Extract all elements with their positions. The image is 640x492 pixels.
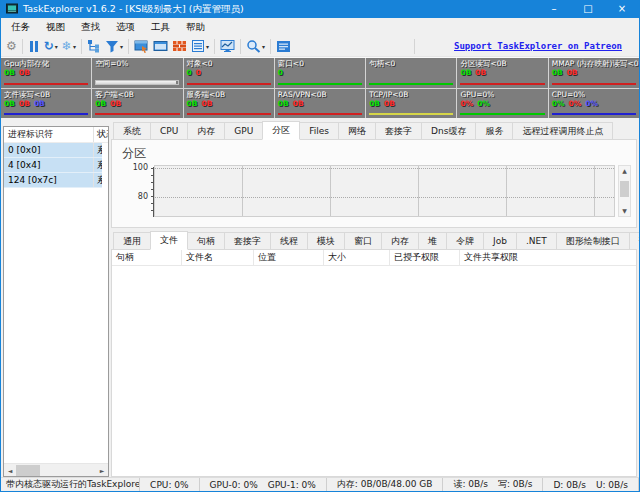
tab-threads[interactable]: 线程 xyxy=(270,232,308,249)
monitor-window-icon xyxy=(153,39,168,53)
meter-label: RAS/VPN<0B xyxy=(278,90,362,99)
maximize-button[interactable]: □ xyxy=(571,0,605,18)
meter-partition-io[interactable]: 分区读写<0B 0B 0B xyxy=(457,58,547,88)
meter-server[interactable]: 服务端<0B 0B 0B xyxy=(184,89,274,119)
vscroll-thumb[interactable] xyxy=(620,181,629,197)
tab-general[interactable]: 通用 xyxy=(113,232,151,249)
freeze-button[interactable]: ❄ ▾ xyxy=(60,37,78,56)
search-button[interactable]: ▾ xyxy=(244,37,267,56)
column-header-pid[interactable]: 进程标识符 xyxy=(4,127,94,142)
tab-heap[interactable]: 堆 xyxy=(418,232,447,249)
system-graph-button[interactable] xyxy=(218,37,237,56)
menu-tools[interactable]: 工具 xyxy=(143,18,178,36)
tab-files[interactable]: Files xyxy=(299,122,339,139)
process-row[interactable]: 0 [0x0] 系统 xyxy=(4,143,102,158)
tab-network[interactable]: 网络 xyxy=(338,122,376,139)
tab-windows[interactable]: 窗口 xyxy=(344,232,382,249)
meter-value: 0B xyxy=(4,68,15,77)
find-window-button[interactable] xyxy=(132,37,151,56)
tab-memory[interactable]: 内存 xyxy=(187,122,225,139)
tab-job[interactable]: Job xyxy=(483,232,517,249)
process-tree-button[interactable] xyxy=(85,37,103,56)
info-panel-button[interactable] xyxy=(274,37,293,56)
memory-usage: 内存: 0B/0B/48.00 GB xyxy=(337,478,433,491)
close-button[interactable]: × xyxy=(605,0,639,18)
window-controls: – □ × xyxy=(537,0,639,18)
monitor-window-button[interactable] xyxy=(151,37,170,56)
tab-rpc-endpoints[interactable]: 远程过程调用终止点 xyxy=(512,122,613,139)
meter-space[interactable]: 空间=0% xyxy=(92,58,182,88)
scroll-up-icon[interactable]: ▲ xyxy=(622,167,627,175)
tab-sockets[interactable]: 套接字 xyxy=(375,122,422,139)
process-list-hscrollbar[interactable]: ◄ ► xyxy=(4,463,108,476)
column-header-granted-access[interactable]: 已授予权限 xyxy=(390,250,460,265)
meter-ras-vpn[interactable]: RAS/VPN<0B 0B 0B xyxy=(275,89,365,119)
meter-objects[interactable]: 对象<0 0 0 xyxy=(184,58,274,88)
meter-label: Gpu内部存储 xyxy=(4,59,88,68)
meter-gpu[interactable]: GPU=0% 0% 0% xyxy=(457,89,547,119)
scroll-right-icon[interactable]: ► xyxy=(96,467,108,474)
column-header-size[interactable]: 大小 xyxy=(324,250,390,265)
meter-graph-line xyxy=(278,83,362,85)
find-window-icon xyxy=(134,39,149,53)
meter-value: 0% xyxy=(477,99,490,108)
tab-handles[interactable]: 句柄 xyxy=(187,232,225,249)
files-table-body[interactable] xyxy=(112,266,636,476)
process-tree-icon xyxy=(87,39,101,53)
list-view-button[interactable]: ▾ xyxy=(189,37,211,56)
meter-windows[interactable]: 窗口<0 0 xyxy=(275,58,365,88)
tab-partition[interactable]: 分区 xyxy=(262,121,300,140)
tab-services[interactable]: 服务 xyxy=(475,122,513,139)
meter-file-io[interactable]: 文件读写<0B 0B 0B 0B xyxy=(1,89,91,119)
refresh-button[interactable]: ↻ ▾ xyxy=(42,37,60,56)
column-header-handle[interactable]: 句柄 xyxy=(112,250,182,265)
process-row[interactable]: 124 [0x7c] 系统 xyxy=(4,173,102,188)
chart-vscrollbar[interactable]: ▲ ▼ xyxy=(618,165,631,217)
tab-modules[interactable]: 模块 xyxy=(307,232,345,249)
tab-gpu[interactable]: GPU xyxy=(224,122,263,139)
snowflake-icon: ❄ xyxy=(62,40,72,52)
tab-cpu[interactable]: CPU xyxy=(150,122,188,139)
tab-file[interactable]: 文件 xyxy=(150,231,188,250)
window-title: TaskExplorer v1.6.2 - [KSI级别最大] (内置管理员) xyxy=(23,3,244,16)
process-status: 系统 xyxy=(94,143,102,157)
process-row[interactable]: 4 [0x4] 系统 xyxy=(4,158,102,173)
filter-button[interactable]: ▾ xyxy=(103,37,125,56)
meter-value: 0% xyxy=(552,99,565,108)
meter-mmap-io[interactable]: MMAP (内存映射)读写<0B 0B 0B xyxy=(549,58,639,88)
minimize-button[interactable]: – xyxy=(537,0,571,18)
meter-gpu-memory[interactable]: Gpu内部存储 0B 0B xyxy=(1,58,91,88)
menu-tasks[interactable]: 任务 xyxy=(3,18,38,36)
meter-client[interactable]: 客户端<0B 0B 0B xyxy=(92,89,182,119)
menu-find[interactable]: 查找 xyxy=(73,18,108,36)
patreon-link[interactable]: Support TaskExplorer on Patreon xyxy=(454,41,622,51)
hscroll-thumb[interactable] xyxy=(16,465,40,476)
tab-dns-cache[interactable]: Dns缓存 xyxy=(421,122,476,139)
tab-dotnet[interactable]: .NET xyxy=(516,232,557,249)
process-list-vscrollbar[interactable] xyxy=(102,143,108,462)
firewall-button[interactable] xyxy=(170,37,189,56)
taskexplorer-window: TaskExplorer v1.6.2 - [KSI级别最大] (内置管理员) … xyxy=(0,0,640,492)
column-header-location[interactable]: 位置 xyxy=(254,250,324,265)
pause-button[interactable] xyxy=(26,37,42,56)
menu-view[interactable]: 视图 xyxy=(38,18,73,36)
scroll-down-icon[interactable]: ▼ xyxy=(622,207,627,215)
meter-handles[interactable]: 句柄<0 xyxy=(366,58,456,88)
column-header-filename[interactable]: 文件名 xyxy=(182,250,254,265)
menu-help[interactable]: 帮助 xyxy=(178,18,213,36)
meter-cpu[interactable]: CPU=0% 0% 0% 0% xyxy=(549,89,639,119)
menu-options[interactable]: 选项 xyxy=(108,18,143,36)
tab-debug[interactable]: 调试 xyxy=(629,232,640,249)
column-header-status[interactable]: 状态 xyxy=(94,127,108,142)
scroll-left-icon[interactable]: ◄ xyxy=(4,467,16,474)
column-header-share-access[interactable]: 文件共享权限 xyxy=(460,250,636,265)
tab-system[interactable]: 系统 xyxy=(113,122,151,139)
tab-token[interactable]: 令牌 xyxy=(446,232,484,249)
tab-sockets2[interactable]: 套接字 xyxy=(224,232,271,249)
settings-button[interactable]: ⚙ xyxy=(4,37,19,56)
meter-tcp-ip[interactable]: TCP/IP<0B 0B 0B xyxy=(366,89,456,119)
tab-gdi[interactable]: 图形绘制接口 xyxy=(556,232,630,249)
detail-panel: 系统 CPU 内存 GPU 分区 Files 网络 套接字 Dns缓存 服务 远… xyxy=(111,120,637,477)
status-bar-spacer xyxy=(638,478,639,491)
tab-memory2[interactable]: 内存 xyxy=(381,232,419,249)
